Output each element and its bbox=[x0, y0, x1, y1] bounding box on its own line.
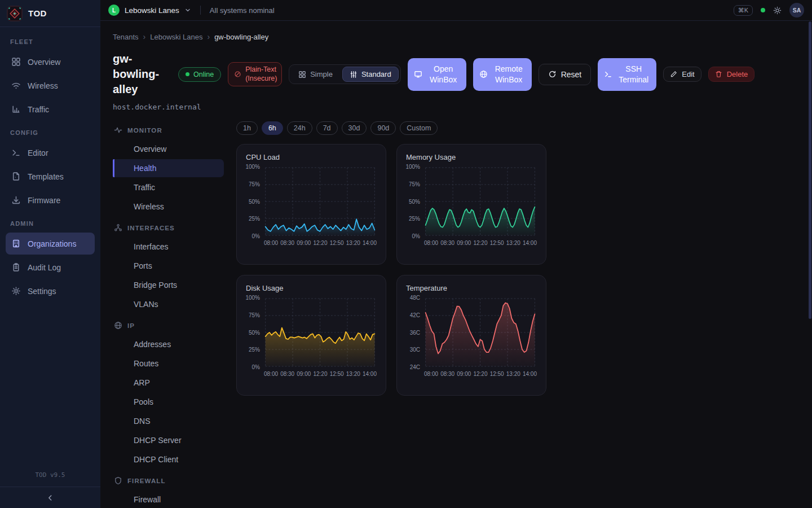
user-avatar[interactable]: SA bbox=[789, 3, 804, 17]
time-range-90d[interactable]: 90d bbox=[370, 121, 396, 135]
delete-button[interactable]: Delete bbox=[708, 67, 755, 82]
sidebar-item-firmware[interactable]: Firmware bbox=[6, 189, 95, 211]
view-toggle-simple[interactable]: Simple bbox=[291, 67, 340, 82]
sidebar-item-traffic[interactable]: Traffic bbox=[6, 98, 95, 120]
subnav-item-firewall[interactable]: Firewall bbox=[113, 491, 224, 508]
chevron-down-icon bbox=[184, 7, 191, 14]
chart-plot: 08:0008:3009:0012:2012:5013:2014:00 bbox=[264, 297, 377, 377]
grid-icon bbox=[11, 57, 21, 67]
view-toggle-standard[interactable]: Standard bbox=[342, 67, 399, 82]
subnav-item-wireless[interactable]: Wireless bbox=[113, 198, 224, 216]
open-winbox-button[interactable]: Open WinBox bbox=[408, 58, 466, 91]
sidebar-item-audit-log[interactable]: Audit Log bbox=[6, 256, 95, 278]
device-header: gw-bowling-alley Online Plain-Text (Inse… bbox=[113, 51, 798, 97]
subnav-section-interfaces: INTERFACES bbox=[113, 219, 224, 237]
chevron-left-icon bbox=[46, 494, 54, 502]
chart-svg bbox=[424, 167, 537, 237]
subnav-section-label: IP bbox=[127, 322, 135, 329]
subnav-item-dns[interactable]: DNS bbox=[113, 412, 224, 430]
building-icon bbox=[11, 239, 21, 248]
insecure-badge-label: Plain-Text (Insecure) bbox=[245, 65, 277, 83]
shield-icon bbox=[114, 476, 122, 485]
sidebar-item-templates[interactable]: Templates bbox=[6, 165, 95, 187]
subnav-item-pools[interactable]: Pools bbox=[113, 393, 224, 411]
breadcrumb-tenant[interactable]: Lebowski Lanes bbox=[150, 33, 202, 41]
monitor-icon bbox=[414, 70, 422, 78]
sidebar-item-label: Firmware bbox=[28, 196, 60, 205]
time-range-1h[interactable]: 1h bbox=[236, 121, 258, 135]
sidebar-item-label: Organizations bbox=[28, 239, 76, 248]
reset-label: Reset bbox=[561, 70, 582, 79]
subnav-item-dhcp-server[interactable]: DHCP Server bbox=[113, 431, 224, 449]
sidebar-item-organizations[interactable]: Organizations bbox=[6, 233, 95, 255]
chart-y-axis: 48C42C36C30C24C bbox=[406, 295, 424, 370]
cpu-load-chart-card: CPU Load 100%75%50%25%0%08:0008:3009:001… bbox=[236, 144, 386, 265]
subnav-item-overview[interactable]: Overview bbox=[113, 140, 224, 158]
time-range-30d[interactable]: 30d bbox=[342, 121, 367, 135]
subnav-item-interfaces[interactable]: Interfaces bbox=[113, 238, 224, 256]
clipboard-icon bbox=[11, 262, 21, 272]
remote-winbox-button[interactable]: Remote WinBox bbox=[473, 58, 532, 91]
subnav-item-ports[interactable]: Ports bbox=[113, 257, 224, 275]
device-subnav: MONITOR Overview Health Traffic Wireless… bbox=[113, 121, 224, 508]
topbar: L Lebowski Lanes All systems nominal ⌘K … bbox=[100, 0, 812, 21]
page-content: Tenants › Lebowski Lanes › gw-bowling-al… bbox=[100, 21, 812, 508]
sidebar-item-editor[interactable]: Editor bbox=[6, 142, 95, 164]
subnav-item-health[interactable]: Health bbox=[113, 159, 224, 177]
time-range-custom[interactable]: Custom bbox=[400, 121, 438, 135]
topbar-right: ⌘K SA bbox=[734, 3, 804, 17]
trash-icon bbox=[715, 71, 722, 78]
sidebar-item-label: Traffic bbox=[28, 105, 49, 114]
tenant-switcher[interactable]: L Lebowski Lanes bbox=[108, 5, 191, 16]
chart-y-axis: 100%75%50%25%0% bbox=[246, 295, 264, 370]
chart-x-axis: 08:0008:3009:0012:2012:5013:2014:00 bbox=[264, 371, 377, 377]
subnav-section-label: INTERFACES bbox=[127, 225, 175, 231]
health-status-dot bbox=[761, 8, 765, 12]
subnav-item-traffic[interactable]: Traffic bbox=[113, 178, 224, 196]
ssh-terminal-button[interactable]: SSH Terminal bbox=[598, 58, 656, 91]
sidebar-item-overview[interactable]: Overview bbox=[6, 51, 95, 73]
charts-column: 1h 6h 24h 7d 30d 90d Custom CPU Load 100… bbox=[236, 121, 546, 508]
sidebar-item-label: Overview bbox=[28, 58, 60, 67]
online-badge-label: Online bbox=[193, 71, 214, 78]
chart-plot: 08:0008:3009:0012:2012:5013:2014:00 bbox=[264, 167, 377, 246]
activity-icon bbox=[114, 126, 122, 134]
time-range-24h[interactable]: 24h bbox=[287, 121, 312, 135]
subnav-item-dhcp-client[interactable]: DHCP Client bbox=[113, 450, 224, 468]
subnav-item-vlans[interactable]: VLANs bbox=[113, 295, 224, 313]
command-palette-shortcut[interactable]: ⌘K bbox=[734, 5, 753, 16]
refresh-icon bbox=[548, 70, 557, 78]
sidebar-item-settings[interactable]: Settings bbox=[6, 280, 95, 302]
subnav-section-monitor: MONITOR bbox=[113, 121, 224, 139]
chart-svg bbox=[424, 297, 537, 367]
reset-button[interactable]: Reset bbox=[539, 64, 592, 85]
sidebar-collapse-button[interactable] bbox=[0, 487, 100, 508]
sidebar-section-fleet: FLEET bbox=[10, 38, 90, 45]
subnav-section-label: MONITOR bbox=[127, 127, 162, 134]
subnav-item-addresses[interactable]: Addresses bbox=[113, 335, 224, 353]
breadcrumb-tenants[interactable]: Tenants bbox=[113, 33, 139, 41]
network-nodes-icon bbox=[114, 224, 122, 232]
pencil-icon bbox=[670, 71, 677, 78]
toggle-simple-label: Simple bbox=[310, 70, 333, 78]
vertical-scrollbar[interactable] bbox=[809, 21, 811, 319]
toggle-standard-label: Standard bbox=[361, 70, 391, 78]
disk-usage-chart: 100%75%50%25%0%08:0008:3009:0012:2012:50… bbox=[246, 297, 377, 377]
sidebar-item-wireless[interactable]: Wireless bbox=[6, 75, 95, 97]
subnav-item-routes[interactable]: Routes bbox=[113, 354, 224, 373]
time-range-6h[interactable]: 6h bbox=[262, 121, 283, 135]
sliders-icon bbox=[350, 71, 358, 78]
remote-winbox-label: Remote WinBox bbox=[492, 64, 526, 84]
topbar-divider bbox=[200, 6, 201, 15]
edit-button[interactable]: Edit bbox=[663, 67, 701, 82]
primary-sidebar: TOD FLEET Overview Wireless Traffic bbox=[0, 0, 100, 508]
gear-icon bbox=[11, 286, 21, 296]
subnav-item-bridge-ports[interactable]: Bridge Ports bbox=[113, 276, 224, 294]
time-range-7d[interactable]: 7d bbox=[316, 121, 338, 135]
breadcrumb-separator: › bbox=[207, 32, 210, 41]
subnav-item-arp[interactable]: ARP bbox=[113, 374, 224, 392]
app-logo-icon bbox=[7, 6, 23, 21]
edit-label: Edit bbox=[682, 70, 694, 78]
theme-toggle-sun-icon[interactable] bbox=[773, 6, 782, 15]
globe-icon bbox=[114, 321, 122, 330]
